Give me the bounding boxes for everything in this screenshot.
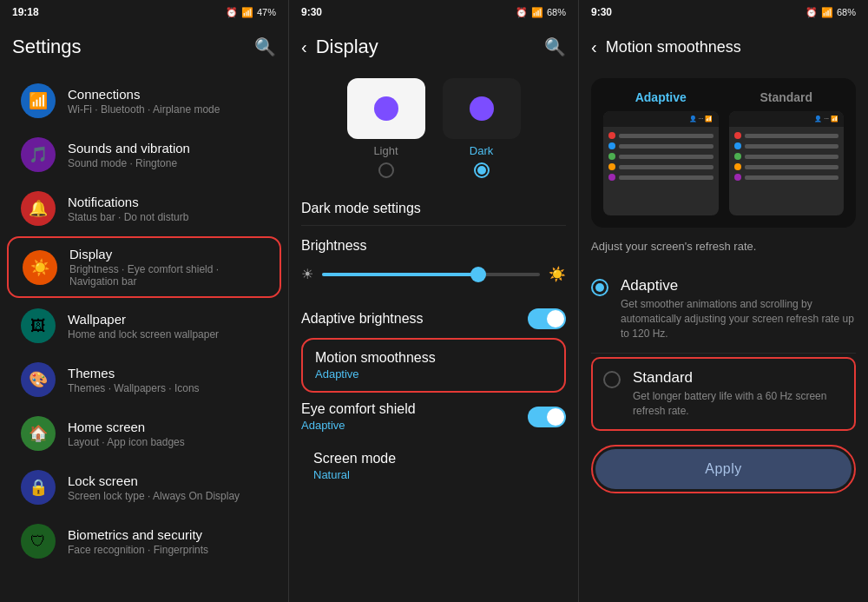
dark-preview xyxy=(443,78,521,139)
eye-comfort-text: Eye comfort shield Adaptive xyxy=(301,401,416,432)
motion-smoothness-row[interactable]: Motion smoothness Adaptive xyxy=(301,338,566,393)
display-subtitle: Brightness · Eye comfort shield · Naviga… xyxy=(69,263,266,288)
preview-adaptive[interactable]: Adaptive 👤 ··· 📶 xyxy=(603,90,719,215)
preview-standard[interactable]: Standard 👤 ··· 📶 xyxy=(729,90,845,215)
adaptive-option-title: Adaptive xyxy=(621,277,856,294)
adaptive-radio[interactable] xyxy=(591,279,608,296)
brightness-thumb[interactable] xyxy=(470,267,486,282)
homescreen-text: Home screen Layout · App icon badges xyxy=(68,420,267,448)
notifications-text: Notifications Status bar · Do not distur… xyxy=(68,195,267,223)
settings-item-notifications[interactable]: 🔔 Notifications Status bar · Do not dist… xyxy=(7,182,281,235)
themes-subtitle: Themes · Wallpapers · Icons xyxy=(68,382,267,394)
light-label: Light xyxy=(373,144,398,157)
settings-item-homescreen[interactable]: 🏠 Home screen Layout · App icon badges xyxy=(7,407,281,460)
search-icon-1[interactable]: 🔍 xyxy=(254,36,276,57)
brightness-high-icon: ☀️ xyxy=(549,266,566,282)
connections-subtitle: Wi-Fi · Bluetooth · Airplane mode xyxy=(68,103,267,116)
settings-panel: 19:18 ⏰ 📶 47% Settings 🔍 📶 Connections W… xyxy=(0,0,289,602)
standard-preview-img: 👤 ··· 📶 xyxy=(729,111,845,215)
dark-label: Dark xyxy=(470,144,493,157)
motion-smoothness-value: Adaptive xyxy=(315,367,552,380)
settings-list: 📶 Connections Wi-Fi · Bluetooth · Airpla… xyxy=(0,69,288,572)
adaptive-brightness-toggle[interactable] xyxy=(528,308,566,329)
refresh-description: Adjust your screen's refresh rate. xyxy=(591,240,856,253)
wallpaper-subtitle: Home and lock screen wallpaper xyxy=(68,328,267,341)
back-button-3[interactable]: ‹ xyxy=(591,37,597,57)
status-icons-3: ⏰ 📶 68% xyxy=(806,7,856,18)
light-preview xyxy=(347,78,425,139)
status-icons-2: ⏰ 📶 68% xyxy=(516,7,566,18)
wallpaper-title: Wallpaper xyxy=(68,312,267,327)
wallpaper-text: Wallpaper Home and lock screen wallpaper xyxy=(68,312,267,341)
biometrics-icon: 🛡 xyxy=(21,524,56,559)
adaptive-option-desc: Get smoother animations and scrolling by… xyxy=(621,297,856,341)
eye-comfort-title: Eye comfort shield xyxy=(301,401,416,417)
notifications-icon: 🔔 xyxy=(21,191,56,226)
standard-preview-label: Standard xyxy=(760,90,812,104)
brightness-row: ☀ ☀️ xyxy=(301,262,566,286)
display-title: Display xyxy=(316,36,544,58)
option-standard[interactable]: Standard Get longer battery life with a … xyxy=(591,357,856,431)
apply-button[interactable]: Apply xyxy=(595,449,852,489)
theme-light[interactable]: Light xyxy=(347,78,425,178)
battery-text-1: 47% xyxy=(257,7,276,17)
eye-comfort-toggle[interactable] xyxy=(528,407,566,427)
connections-icon: 📶 xyxy=(21,83,56,118)
theme-dark[interactable]: Dark xyxy=(443,78,521,178)
motion-title: Motion smoothness xyxy=(606,38,856,56)
settings-item-lockscreen[interactable]: 🔒 Lock screen Screen lock type · Always … xyxy=(7,461,281,513)
wallpaper-icon: 🖼 xyxy=(21,308,56,343)
brightness-low-icon: ☀ xyxy=(301,266,313,282)
homescreen-subtitle: Layout · App icon badges xyxy=(68,436,267,448)
display-title: Display xyxy=(69,247,266,261)
brightness-fill xyxy=(322,273,475,276)
lockscreen-title: Lock screen xyxy=(68,473,267,488)
time-3: 9:30 xyxy=(591,6,612,18)
settings-title: Settings xyxy=(12,36,254,58)
settings-item-display[interactable]: ☀️ Display Brightness · Eye comfort shie… xyxy=(7,236,281,298)
settings-item-biometrics[interactable]: 🛡 Biometrics and security Face recogniti… xyxy=(7,515,281,567)
brightness-section: Brightness ☀ ☀️ xyxy=(301,238,566,286)
dark-circle xyxy=(470,96,494,121)
biometrics-subtitle: Face recognition · Fingerprints xyxy=(68,544,267,556)
homescreen-title: Home screen xyxy=(68,420,267,434)
adaptive-brightness-row[interactable]: Adaptive brightness xyxy=(301,300,566,338)
themes-icon: 🎨 xyxy=(21,362,56,397)
adaptive-radio-text: Adaptive Get smoother animations and scr… xyxy=(621,277,856,341)
screen-mode-value: Natural xyxy=(313,468,554,481)
display-panel: 9:30 ⏰ 📶 68% ‹ Display 🔍 Light xyxy=(289,0,579,602)
lockscreen-icon: 🔒 xyxy=(21,470,56,505)
time-1: 19:18 xyxy=(12,6,39,18)
themes-text: Themes Themes · Wallpapers · Icons xyxy=(68,366,267,394)
battery-text-2: 68% xyxy=(547,7,566,17)
notifications-subtitle: Status bar · Do not disturb xyxy=(68,211,267,223)
settings-item-themes[interactable]: 🎨 Themes Themes · Wallpapers · Icons xyxy=(7,354,281,406)
standard-radio[interactable] xyxy=(603,371,621,388)
light-radio[interactable] xyxy=(378,162,394,178)
settings-item-connections[interactable]: 📶 Connections Wi-Fi · Bluetooth · Airpla… xyxy=(7,75,281,127)
biometrics-text: Biometrics and security Face recognition… xyxy=(68,527,267,556)
option-adaptive[interactable]: Adaptive Get smoother animations and scr… xyxy=(591,265,856,354)
theme-selector: Light Dark xyxy=(301,78,566,178)
dark-mode-settings[interactable]: Dark mode settings xyxy=(301,192,566,226)
screen-mode-row[interactable]: Screen mode Natural xyxy=(301,440,566,492)
brightness-slider[interactable] xyxy=(322,273,540,276)
standard-radio-text: Standard Get longer battery life with a … xyxy=(633,369,844,419)
signal-icon-3: 📶 xyxy=(821,7,833,18)
back-button-2[interactable]: ‹ xyxy=(301,37,307,57)
brightness-label: Brightness xyxy=(301,238,566,254)
dark-radio[interactable] xyxy=(474,162,490,178)
display-header: ‹ Display 🔍 xyxy=(289,24,578,69)
motion-smoothness-title: Motion smoothness xyxy=(315,350,552,366)
mini-status-2: 👤 ··· 📶 xyxy=(814,116,838,122)
signal-icon: 📶 xyxy=(241,7,253,18)
sounds-text: Sounds and vibration Sound mode · Ringto… xyxy=(68,141,267,169)
status-bar-2: 9:30 ⏰ 📶 68% xyxy=(289,0,578,24)
settings-item-sounds[interactable]: 🎵 Sounds and vibration Sound mode · Ring… xyxy=(7,129,281,181)
settings-item-wallpaper[interactable]: 🖼 Wallpaper Home and lock screen wallpap… xyxy=(7,300,281,352)
search-icon-2[interactable]: 🔍 xyxy=(544,36,566,57)
eye-comfort-row[interactable]: Eye comfort shield Adaptive xyxy=(301,393,566,440)
lockscreen-text: Lock screen Screen lock type · Always On… xyxy=(68,473,267,502)
mini-status-1: 👤 ··· 📶 xyxy=(689,116,713,122)
sounds-icon: 🎵 xyxy=(21,137,56,172)
